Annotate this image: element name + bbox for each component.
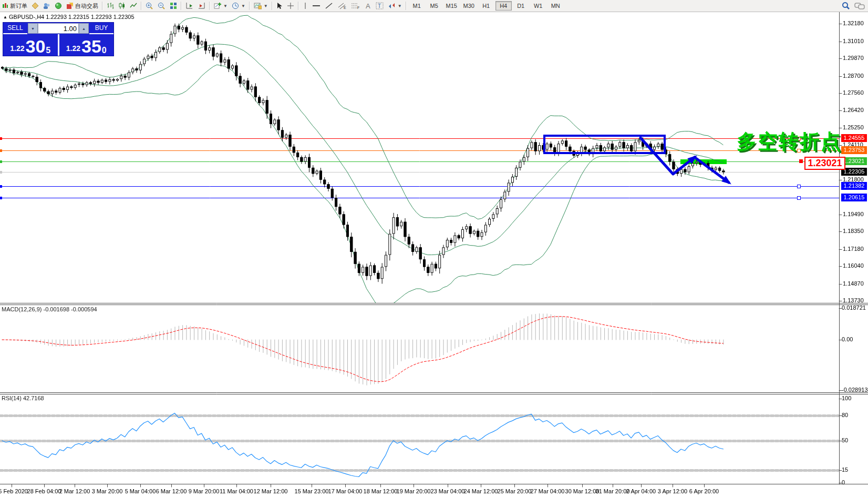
date-label: 12 Mar 12:00	[250, 488, 292, 494]
rsi-scale-label: 0	[842, 479, 845, 485]
accounts-button[interactable]	[41, 1, 53, 11]
price-tag: 1.24555	[841, 134, 867, 142]
timeframe-m30[interactable]: M30	[461, 1, 477, 11]
crosshair-icon	[287, 2, 294, 9]
chart-shift-button[interactable]	[195, 1, 208, 11]
toolbar-separator	[298, 2, 299, 10]
zoom-out-button[interactable]	[156, 1, 168, 11]
auto-scroll-button[interactable]	[183, 1, 195, 11]
candlestick-button[interactable]	[116, 1, 128, 11]
toolbar-separator	[181, 2, 182, 10]
sell-price[interactable]: 1.22 30 5	[3, 34, 59, 56]
toolbar-separator	[141, 2, 142, 10]
cursor-tool-button[interactable]	[274, 1, 285, 11]
macd-scale-label: 0.00	[842, 336, 853, 342]
chat-icon[interactable]	[854, 2, 865, 10]
fibonacci-icon: F	[351, 2, 360, 9]
timeframe-w1[interactable]: W1	[530, 1, 546, 11]
fibonacci-tool[interactable]: F	[349, 1, 363, 11]
autotrading-icon	[66, 2, 74, 9]
trendline-tool[interactable]	[323, 1, 335, 11]
macd-scale-label: -0.028913	[842, 387, 868, 393]
callout-anchor-square	[799, 159, 803, 163]
auto-trading-label: 自动交易	[75, 2, 98, 10]
one-click-trading-panel: SELL ▼ ▲ BUY 1.22 30 5 1.22 35 0	[3, 22, 114, 56]
svg-text:F: F	[357, 6, 359, 9]
buy-price-big: 35	[81, 38, 101, 54]
chinese-annotation[interactable]: 多空转折点	[737, 128, 842, 155]
cursor-icon	[276, 2, 283, 9]
crosshair-tool-button[interactable]	[285, 1, 296, 11]
bar-chart-button[interactable]	[105, 1, 116, 11]
zoom-out-icon	[158, 2, 166, 10]
hline-icon	[312, 2, 321, 9]
text-tool[interactable]: A	[363, 1, 374, 11]
toolbar-separator	[406, 2, 407, 10]
chevron-down-icon: ▼	[223, 4, 228, 8]
chart-shift-icon	[198, 2, 205, 9]
toolbar-separator	[209, 2, 210, 10]
svg-text:E: E	[344, 6, 346, 9]
price-tick-label: 1.19490	[843, 211, 867, 217]
channel-icon: E	[337, 2, 347, 9]
marketwatch-icon	[55, 2, 62, 9]
buy-button[interactable]: BUY	[89, 23, 113, 34]
price-callout-label[interactable]: 1.23021	[804, 157, 845, 170]
timeframe-mn[interactable]: MN	[547, 1, 564, 11]
metaquotes-button[interactable]	[29, 1, 41, 11]
timeframe-m15[interactable]: M15	[443, 1, 460, 11]
price-tick-label: 1.17180	[843, 246, 867, 252]
zoom-in-button[interactable]	[143, 1, 156, 11]
timeframe-d1[interactable]: D1	[513, 1, 529, 11]
toolbar: 新订单 自动交易	[0, 0, 868, 12]
new-order-label: 新订单	[10, 2, 27, 10]
macd-scale-label: 0.018721	[842, 305, 866, 311]
new-order-button[interactable]: 新订单	[0, 1, 29, 11]
search-icon[interactable]	[842, 2, 850, 10]
buy-price-sup: 0	[102, 47, 107, 54]
timeframe-h4[interactable]: H4	[495, 1, 512, 11]
price-tag: 1.20615	[841, 194, 867, 201]
line-chart-button[interactable]	[128, 1, 139, 11]
periods-icon	[232, 2, 239, 9]
metaquotes-icon	[32, 2, 39, 9]
templates-button[interactable]: ▼	[252, 1, 270, 11]
timeframe-h1[interactable]: H1	[478, 1, 494, 11]
trendline-icon	[325, 2, 333, 9]
price-tick-label: 1.18350	[843, 228, 867, 234]
toolbar-separator	[102, 2, 103, 10]
buy-price[interactable]: 1.22 35 0	[59, 34, 114, 56]
timeframe-m5[interactable]: M5	[426, 1, 442, 11]
toolbar-right	[842, 2, 868, 10]
indicators-button[interactable]: ▼	[212, 1, 230, 11]
price-tick-label: 1.29870	[843, 55, 867, 61]
autoscroll-icon	[185, 2, 193, 9]
tile-windows-button[interactable]	[168, 1, 179, 11]
channel-tool[interactable]: E	[335, 1, 349, 11]
price-tick-label: 1.32180	[843, 20, 867, 26]
rsi-label: RSI(14) 42.7168	[2, 395, 44, 401]
vertical-line-tool[interactable]	[301, 1, 310, 11]
auto-trading-button[interactable]: 自动交易	[64, 1, 100, 11]
arrows-tool[interactable]: ▼	[386, 1, 404, 11]
sell-button[interactable]: SELL	[3, 23, 27, 34]
accounts-icon	[43, 2, 50, 9]
volume-decrease-button[interactable]: ▼	[28, 23, 38, 34]
date-label: 6 Apr 20:00	[683, 488, 725, 494]
indicators-add-icon	[214, 2, 221, 9]
price-tag: 1.23753	[841, 146, 867, 154]
label-tool[interactable]: T	[374, 1, 386, 11]
svg-text:A: A	[366, 2, 370, 9]
timeframe-m1[interactable]: M1	[409, 1, 425, 11]
marketwatch-button[interactable]	[53, 1, 64, 11]
volume-increase-button[interactable]: ▲	[79, 23, 89, 34]
horizontal-line-tool[interactable]	[310, 1, 323, 11]
price-tick-label: 1.13730	[843, 297, 867, 303]
chart-canvas[interactable]	[0, 0, 868, 497]
volume-input[interactable]	[38, 23, 79, 34]
tile-windows-icon	[170, 2, 177, 9]
toolbar-separator	[249, 2, 250, 10]
trade-panel-header: SELL ▼ ▲ BUY	[3, 23, 113, 34]
periods-button[interactable]: ▼	[230, 1, 247, 11]
candlestick-icon	[118, 2, 126, 9]
